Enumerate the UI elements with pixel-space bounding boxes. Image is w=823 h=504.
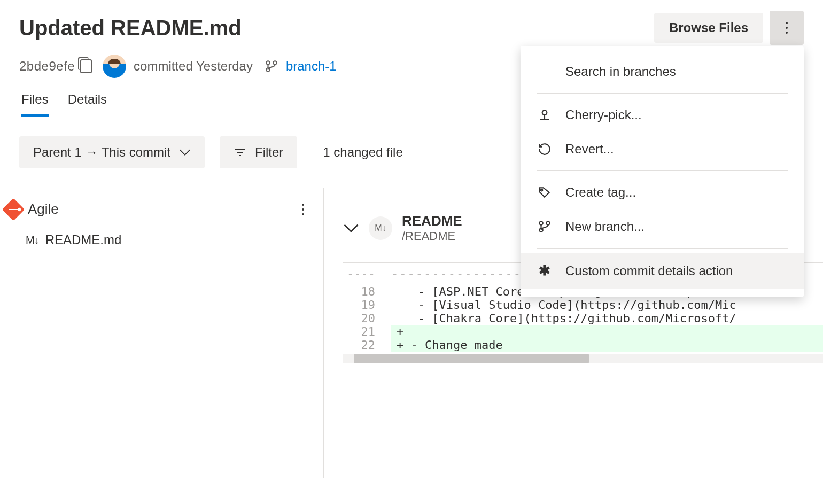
file-path: /README xyxy=(402,229,462,243)
menu-divider xyxy=(537,93,788,94)
diff-line: 22+ - Change made xyxy=(343,338,823,352)
file-item[interactable]: M↓ README.md xyxy=(0,218,323,247)
diff-line: 20 - [Chakra Core](https://github.com/Mi… xyxy=(343,312,823,325)
svg-point-2 xyxy=(273,61,277,65)
filter-icon xyxy=(234,148,246,157)
horizontal-scrollbar[interactable] xyxy=(343,354,823,363)
browse-files-button[interactable]: Browse Files xyxy=(654,13,763,43)
diff-selector-label: Parent 1 → This commit xyxy=(33,145,170,160)
diff-selector-button[interactable]: Parent 1 → This commit xyxy=(19,136,205,168)
menu-cherry-pick[interactable]: Cherry-pick... xyxy=(521,98,804,132)
branch-icon xyxy=(265,58,278,74)
markdown-diff-icon: M↓ xyxy=(26,234,39,246)
svg-point-0 xyxy=(266,61,270,65)
tab-files[interactable]: Files xyxy=(21,92,49,117)
repo-name: Agile xyxy=(28,201,59,218)
menu-custom-action[interactable]: ✱ Custom commit details action xyxy=(521,253,804,289)
svg-point-10 xyxy=(546,221,550,225)
more-actions-button[interactable] xyxy=(770,11,804,45)
copy-icon[interactable] xyxy=(80,59,92,73)
file-title: README xyxy=(402,213,462,229)
svg-point-6 xyxy=(542,110,547,115)
collapse-toggle[interactable] xyxy=(343,223,359,233)
diff-line: 19 - [Visual Studio Code](https://github… xyxy=(343,298,823,312)
committed-text: committed Yesterday xyxy=(134,59,253,74)
filter-label: Filter xyxy=(255,145,283,160)
menu-item-label: Search in branches xyxy=(565,64,676,79)
line-number: 20 xyxy=(343,312,391,325)
vertical-dots-icon xyxy=(786,22,788,34)
branch-link[interactable]: branch-1 xyxy=(286,59,337,74)
sidebar-more-button[interactable] xyxy=(302,204,304,215)
file-name: README.md xyxy=(45,232,122,247)
line-content: - [Visual Studio Code](https://github.co… xyxy=(391,298,823,312)
hunk-left: ---- xyxy=(343,267,391,281)
svg-point-7 xyxy=(541,189,542,191)
branch-icon xyxy=(537,220,553,234)
line-number: 18 xyxy=(343,285,391,298)
line-number: 21 xyxy=(343,325,391,338)
line-content: + - Change made xyxy=(391,338,823,352)
cherry-pick-icon xyxy=(537,108,553,122)
commit-hash: 2bde9efe xyxy=(19,59,75,74)
diff-line: 21+ xyxy=(343,325,823,338)
chevron-down-icon xyxy=(179,149,191,156)
menu-new-branch[interactable]: New branch... xyxy=(521,210,804,244)
more-actions-menu: Search in branches Cherry-pick... Revert… xyxy=(521,46,804,297)
line-number: 19 xyxy=(343,298,391,312)
page-title: Updated README.md xyxy=(19,16,242,40)
menu-item-label: Create tag... xyxy=(565,185,636,200)
filter-button[interactable]: Filter xyxy=(220,136,297,168)
line-number: 22 xyxy=(343,338,391,352)
menu-divider xyxy=(537,170,788,171)
git-icon xyxy=(2,198,25,220)
menu-search-branches[interactable]: Search in branches xyxy=(521,55,804,89)
revert-icon xyxy=(537,142,553,156)
changed-files-text: 1 changed file xyxy=(323,145,402,160)
tab-details[interactable]: Details xyxy=(68,92,107,117)
line-content: - [Chakra Core](https://github.com/Micro… xyxy=(391,312,823,325)
file-type-badge: M↓ xyxy=(369,216,392,240)
vertical-dots-icon xyxy=(302,204,304,215)
svg-point-8 xyxy=(539,221,543,225)
avatar[interactable] xyxy=(103,55,126,78)
menu-item-label: Custom commit details action xyxy=(565,263,733,278)
menu-create-tag[interactable]: Create tag... xyxy=(521,175,804,210)
menu-item-label: Cherry-pick... xyxy=(565,107,642,122)
menu-item-label: Revert... xyxy=(565,142,614,157)
star-icon: ✱ xyxy=(537,262,553,279)
menu-divider xyxy=(537,248,788,249)
menu-revert[interactable]: Revert... xyxy=(521,132,804,166)
line-content: + xyxy=(391,325,823,338)
menu-item-label: New branch... xyxy=(565,219,645,234)
tag-icon xyxy=(537,185,553,199)
